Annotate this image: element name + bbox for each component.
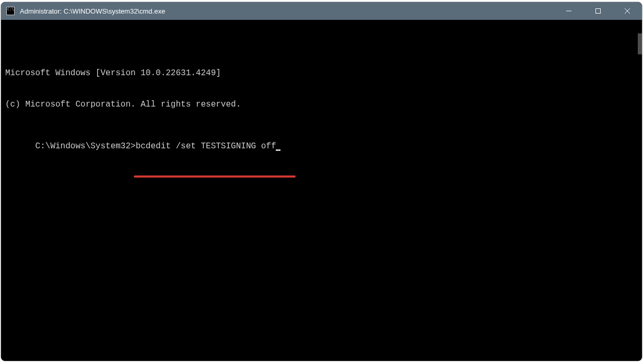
svg-rect-1	[596, 9, 601, 14]
cursor	[276, 149, 280, 151]
maximize-icon	[595, 8, 601, 14]
output-line: Microsoft Windows [Version 10.0.22631.42…	[5, 68, 638, 78]
scrollbar-thumb[interactable]	[638, 33, 642, 54]
terminal-area[interactable]: Microsoft Windows [Version 10.0.22631.42…	[1, 20, 642, 361]
window-title: Administrator: C:\WINDOWS\system32\cmd.e…	[20, 7, 554, 15]
cmd-icon	[6, 7, 15, 15]
prompt-line: C:\Windows\System32>bcdedit /set TESTSIG…	[36, 141, 281, 172]
close-button[interactable]	[613, 2, 642, 20]
output-line: (c) Microsoft Corporation. All rights re…	[5, 99, 638, 110]
command-text: bcdedit /set TESTSIGNING off	[136, 142, 276, 151]
prompt-text: C:\Windows\System32>	[36, 142, 136, 151]
maximize-button[interactable]	[583, 2, 613, 20]
titlebar[interactable]: Administrator: C:\WINDOWS\system32\cmd.e…	[1, 2, 642, 20]
minimize-button[interactable]	[554, 2, 583, 20]
terminal-content: Microsoft Windows [Version 10.0.22631.42…	[5, 47, 638, 183]
window-controls	[554, 2, 642, 20]
minimize-icon	[566, 8, 572, 14]
annotation-underline	[134, 175, 296, 178]
cmd-window: Administrator: C:\WINDOWS\system32\cmd.e…	[1, 2, 642, 361]
close-icon	[624, 8, 630, 14]
